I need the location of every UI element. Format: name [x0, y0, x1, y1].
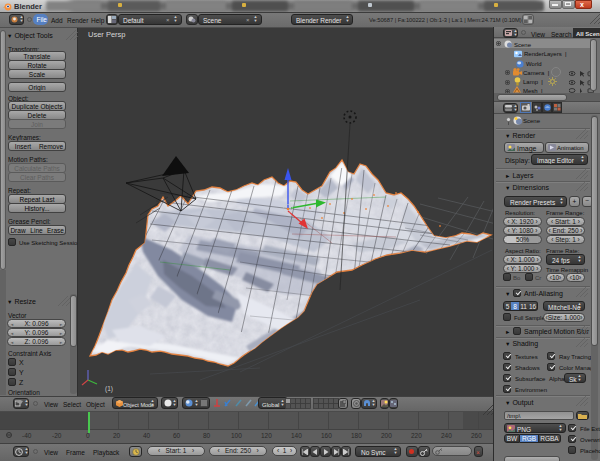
svg-text:(1): (1): [105, 385, 113, 393]
svg-text:User Persp: User Persp: [88, 30, 126, 39]
